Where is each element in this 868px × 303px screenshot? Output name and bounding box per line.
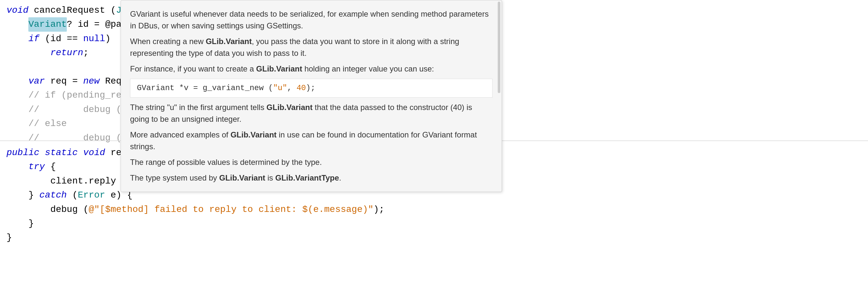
doc-para-2: When creating a new GLib.Variant, you pa… [130,35,493,59]
doc-code-snippet: GVariant *v = g_variant_new ("u", 40); [130,79,493,98]
kw-return: return [50,46,83,60]
kw-var: var [28,74,45,88]
doc-scrollbar[interactable] [498,2,500,93]
code-line-close-catch: } [6,217,862,230]
variant-highlight: Variant [28,17,67,31]
code-line-debug: debug (@"[$method] failed to reply to cl… [6,202,862,217]
code-line-close-func: } [6,230,862,245]
kw-public: public [6,146,39,160]
debug-string: @"[$method] failed to reply to client: $… [89,202,374,217]
kw-null: null [83,32,105,46]
code-editor: void cancelRequest (Jsonrpc.Cli Variant?… [0,0,868,303]
kw-catch: catch [39,188,67,202]
doc-para-3: For instance, if you want to create a GL… [130,63,493,75]
doc-para-6: The range of possible values is determin… [130,157,493,168]
type-error: Error [78,188,105,202]
kw-try: try [28,160,45,174]
kw-static: static [45,146,78,160]
doc-para-4: The string "u" in the first argument tel… [130,102,493,125]
kw-if: if [28,32,39,46]
kw-void-2: void [83,146,105,160]
kw-new: new [83,74,99,88]
keyword-void: void [6,3,28,17]
doc-para-5: More advanced examples of GLib.Variant i… [130,129,493,153]
comment-3: // else [6,116,67,131]
doc-popup: GVariant is useful whenever data needs t… [121,0,502,192]
doc-para-7: The type system used by GLib.Variant is … [130,172,493,184]
doc-para-1: GVariant is useful whenever data needs t… [130,8,493,32]
